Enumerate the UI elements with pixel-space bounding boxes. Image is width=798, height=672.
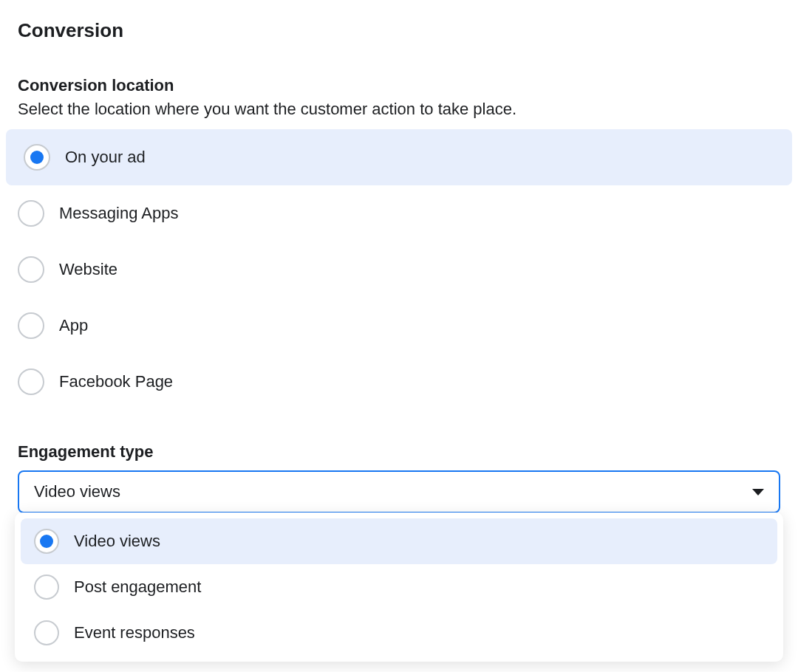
radio-icon (34, 529, 59, 554)
dropdown-item-label: Post engagement (74, 577, 201, 597)
radio-icon (18, 256, 44, 283)
radio-option-app[interactable]: App (0, 298, 798, 354)
radio-label: Messaging Apps (59, 204, 178, 223)
engagement-type-dropdown[interactable]: Video views (18, 470, 780, 513)
dropdown-item-label: Event responses (74, 623, 195, 642)
dropdown-item-post-engagement[interactable]: Post engagement (21, 564, 777, 610)
engagement-type-title: Engagement type (0, 410, 798, 470)
dropdown-item-event-responses[interactable]: Event responses (21, 610, 777, 656)
radio-icon (18, 312, 44, 339)
radio-option-website[interactable]: Website (0, 241, 798, 298)
radio-icon (18, 368, 44, 395)
radio-label: Website (59, 260, 117, 279)
radio-icon (24, 144, 50, 171)
section-title: Conversion (0, 15, 798, 54)
conversion-location-title: Conversion location (0, 54, 798, 98)
radio-option-on-your-ad[interactable]: On your ad (6, 129, 792, 185)
radio-label: Facebook Page (59, 372, 173, 391)
engagement-type-dropdown-menu: Video views Post engagement Event respon… (15, 512, 783, 662)
radio-icon (34, 575, 59, 600)
conversion-location-radio-group: On your ad Messaging Apps Website App Fa… (0, 129, 798, 410)
dropdown-item-video-views[interactable]: Video views (21, 518, 777, 564)
radio-option-messaging-apps[interactable]: Messaging Apps (0, 185, 798, 241)
radio-label: App (59, 316, 88, 335)
radio-icon (18, 200, 44, 227)
dropdown-selected-value: Video views (34, 482, 120, 501)
radio-option-facebook-page[interactable]: Facebook Page (0, 354, 798, 410)
conversion-location-desc: Select the location where you want the c… (0, 98, 798, 129)
radio-label: On your ad (65, 148, 146, 167)
chevron-down-icon (752, 489, 764, 496)
radio-icon (34, 620, 59, 645)
dropdown-item-label: Video views (74, 532, 160, 551)
